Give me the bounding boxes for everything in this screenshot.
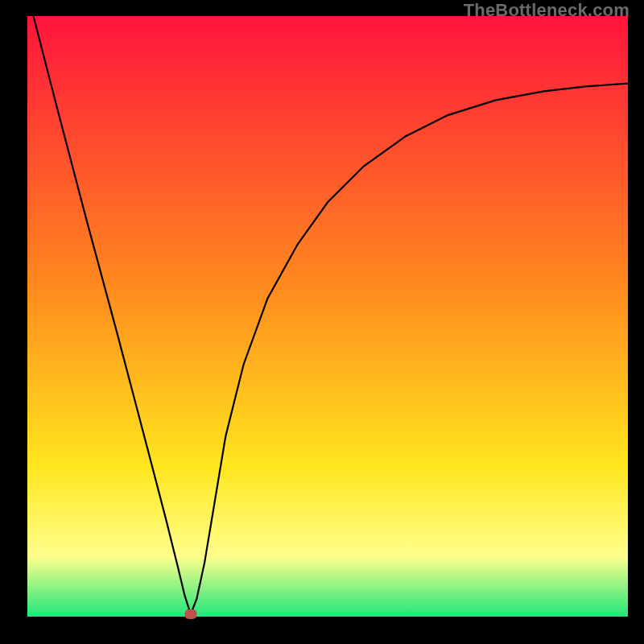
watermark-text: TheBottleneck.com xyxy=(464,0,630,21)
gradient-background xyxy=(27,16,628,617)
chart-frame xyxy=(27,16,628,617)
bottleneck-chart xyxy=(27,16,628,617)
optimal-point-marker xyxy=(184,609,196,619)
